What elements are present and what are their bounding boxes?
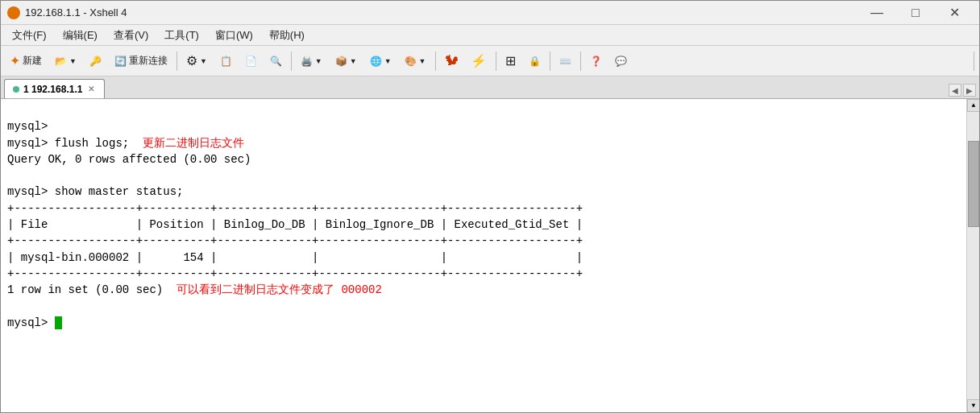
- search-icon: 🔍: [270, 56, 282, 67]
- dropdown-arrow-5-icon: ▼: [384, 57, 392, 65]
- transfer-button[interactable]: 📦 ▼: [330, 50, 363, 72]
- menu-edit[interactable]: 编辑(E): [55, 27, 106, 44]
- app-window: 192.168.1.1 - Xshell 4 — □ ✕ 文件(F) 编辑(E)…: [0, 0, 980, 413]
- terminal-line-9: | mysql-bin.000002 | 154 | | | |: [7, 251, 583, 264]
- terminal-line-11-text: 1 row in set (0.00 sec): [7, 283, 163, 296]
- new-icon: ✦: [10, 53, 20, 68]
- keyboard-button[interactable]: ⌨️: [554, 50, 577, 72]
- network-button[interactable]: 🌐 ▼: [364, 50, 397, 72]
- menu-file[interactable]: 文件(F): [4, 27, 55, 44]
- reconnect-button[interactable]: 🔄 重新连接: [109, 50, 173, 72]
- terminal-line-2-prompt: mysql> flush logs;: [7, 137, 129, 150]
- separator-2: [291, 52, 292, 71]
- close-button[interactable]: ✕: [936, 1, 973, 25]
- tab-navigation: ◀ ▶: [949, 84, 976, 98]
- window-controls: — □ ✕: [858, 1, 973, 25]
- squirrel-button[interactable]: 🐿: [439, 50, 463, 72]
- dropdown-arrow-3-icon: ▼: [315, 57, 322, 65]
- search-button[interactable]: 🔍: [264, 50, 288, 72]
- tab-label: 1 192.168.1.1: [23, 84, 82, 95]
- copy-button[interactable]: 📋: [214, 50, 238, 72]
- menu-window[interactable]: 窗口(W): [207, 27, 261, 44]
- separator-4: [496, 52, 496, 71]
- dropdown-arrow-2-icon: ▼: [200, 57, 207, 65]
- minimize-button[interactable]: —: [858, 1, 895, 25]
- comment-button[interactable]: 💬: [609, 50, 633, 72]
- terminal-line-3: Query OK, 0 rows affected (0.00 sec): [7, 153, 251, 166]
- settings-button[interactable]: ⚙ ▼: [181, 50, 213, 72]
- dropdown-arrow-4-icon: ▼: [350, 57, 357, 65]
- menubar: 文件(F) 编辑(E) 查看(V) 工具(T) 窗口(W) 帮助(H): [1, 25, 979, 46]
- terminal-line-1: mysql>: [7, 120, 48, 133]
- help-button[interactable]: ❓: [584, 50, 608, 72]
- color-button[interactable]: 🎨 ▼: [399, 50, 432, 72]
- print-icon: 🖨️: [301, 56, 313, 67]
- titlebar: 192.168.1.1 - Xshell 4 — □ ✕: [1, 1, 979, 25]
- scroll-track[interactable]: [967, 112, 979, 399]
- print-button[interactable]: 🖨️ ▼: [295, 50, 328, 72]
- copy-icon: 📋: [220, 56, 232, 67]
- terminal-line-11-comment: 可以看到二进制日志文件变成了 000002: [163, 283, 382, 296]
- key-button[interactable]: 🔑: [84, 50, 107, 72]
- scroll-up-button[interactable]: ▲: [967, 99, 979, 112]
- menu-view[interactable]: 查看(V): [106, 27, 156, 44]
- lock-icon: 🔒: [529, 56, 541, 67]
- dropdown-arrow-6-icon: ▼: [419, 57, 426, 65]
- terminal-line-10: +------------------+----------+---------…: [7, 267, 583, 280]
- grid-icon: ⊞: [505, 53, 516, 68]
- scroll-thumb[interactable]: [968, 141, 979, 227]
- separator-right: [974, 52, 974, 71]
- terminal-line-5: mysql> show master status;: [7, 185, 183, 198]
- terminal-line-7: | File | Position | Binlog_Do_DB | Binlo…: [7, 218, 583, 231]
- new-label: 新建: [23, 54, 42, 68]
- terminal-content: mysql> mysql> flush logs; 更新二进制日志文件 Quer…: [7, 102, 973, 331]
- separator-6: [580, 52, 581, 71]
- tab-session-1[interactable]: 1 192.168.1.1 ✕: [4, 79, 105, 98]
- reconnect-icon: 🔄: [114, 56, 127, 67]
- terminal-line-6: +------------------+----------+---------…: [7, 202, 583, 215]
- toolbar: ✦ 新建 📂 ▼ 🔑 🔄 重新连接 ⚙ ▼ 📋 📄 🔍: [1, 46, 979, 76]
- folder-icon: 📂: [55, 56, 67, 67]
- menu-help[interactable]: 帮助(H): [261, 27, 313, 44]
- tab-next-button[interactable]: ▶: [963, 84, 976, 97]
- transfer-icon: 📦: [335, 56, 347, 67]
- reconnect-label: 重新连接: [129, 54, 168, 68]
- terminal-cursor: [55, 316, 62, 329]
- paste-button[interactable]: 📄: [239, 50, 263, 72]
- comment-icon: 💬: [615, 56, 627, 67]
- app-icon: [7, 6, 20, 19]
- lightning-icon: ⚡: [471, 53, 487, 68]
- terminal-line-2-comment: 更新二进制日志文件: [129, 137, 244, 150]
- terminal-line-8: +------------------+----------+---------…: [7, 234, 583, 247]
- tabbar: 1 192.168.1.1 ✕ ◀ ▶: [1, 76, 979, 99]
- grid-button[interactable]: ⊞: [500, 50, 521, 72]
- settings-icon: ⚙: [186, 53, 197, 68]
- paste-icon: 📄: [245, 56, 257, 67]
- new-button[interactable]: ✦ 新建: [4, 50, 48, 72]
- terminal-line-13: mysql>: [7, 316, 55, 329]
- open-button[interactable]: 📂 ▼: [49, 50, 82, 72]
- lightning-button[interactable]: ⚡: [465, 50, 492, 72]
- network-icon: 🌐: [370, 56, 382, 67]
- squirrel-icon: 🐿: [445, 54, 458, 68]
- separator-1: [176, 52, 177, 71]
- window-title: 192.168.1.1 - Xshell 4: [25, 6, 858, 19]
- terminal-area[interactable]: mysql> mysql> flush logs; 更新二进制日志文件 Quer…: [1, 99, 979, 412]
- tab-indicator: [13, 86, 19, 93]
- vertical-scrollbar[interactable]: ▲ ▼: [966, 99, 979, 412]
- dropdown-arrow-icon: ▼: [69, 57, 77, 65]
- tab-close-button[interactable]: ✕: [86, 84, 96, 94]
- help-icon: ❓: [590, 56, 602, 67]
- keyboard-icon: ⌨️: [559, 56, 571, 67]
- maximize-button[interactable]: □: [897, 1, 934, 25]
- separator-5: [550, 52, 550, 71]
- lock-button[interactable]: 🔒: [523, 50, 546, 72]
- scroll-down-button[interactable]: ▼: [967, 399, 979, 412]
- key-icon: 🔑: [89, 56, 102, 67]
- separator-3: [435, 52, 436, 71]
- tab-prev-button[interactable]: ◀: [949, 84, 961, 97]
- menu-tools[interactable]: 工具(T): [156, 27, 207, 44]
- color-icon: 🎨: [405, 56, 417, 67]
